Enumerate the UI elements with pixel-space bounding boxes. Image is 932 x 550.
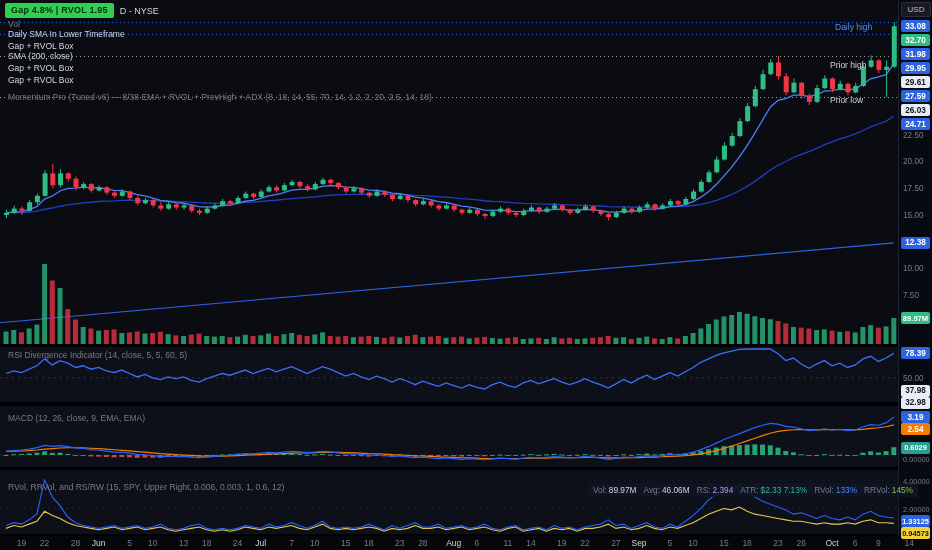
time-tick-day: 10: [688, 538, 697, 548]
time-tick-day: 18: [742, 538, 751, 548]
time-tick-day: 15: [341, 538, 350, 548]
chart-header: Gap 4.8% | RVOL 1.95 D - NYSE: [5, 3, 159, 18]
legend-row[interactable]: Vol: [8, 19, 20, 29]
time-tick-day: 28: [71, 538, 80, 548]
rsi-axis-label: 78.39: [901, 347, 930, 359]
trading-chart-window: Gap 4.8% | RVOL 1.95 D - NYSE VolDaily S…: [0, 0, 932, 550]
time-tick-day: 26: [796, 538, 805, 548]
price-level-badge: 32.70: [901, 34, 930, 46]
price-gridline-label: 17.50: [901, 182, 932, 194]
stat-item: RVol:133%: [814, 485, 857, 495]
stat-value: $2.33 7.13%: [761, 485, 808, 495]
legend-row[interactable]: Daily SMA In Lower Timeframe: [8, 29, 125, 39]
lower-axis-label: 1.33125: [901, 515, 930, 527]
time-tick-day: 22: [580, 538, 589, 548]
stat-label: Avg:: [644, 485, 660, 495]
time-tick-month: Aug: [446, 538, 461, 548]
time-tick-day: 23: [395, 538, 404, 548]
time-tick-day: 24: [233, 538, 242, 548]
rsi-panel-label[interactable]: RSI Divergence Indicator (14, close, 5, …: [8, 350, 187, 360]
lower-panel-label[interactable]: RVol, RRVol, and RS/RW (15, SPY, Upper R…: [8, 482, 284, 492]
daily-high-annotation: Daily high: [835, 22, 872, 32]
time-tick-day: 6: [853, 538, 858, 548]
macd-panel-label[interactable]: MACD (12, 26, close, 9, EMA, EMA): [8, 413, 145, 423]
stat-item: ATR:$2.33 7.13%: [740, 485, 807, 495]
price-gridline-label: 7.50: [901, 289, 932, 301]
time-tick-day: 15: [719, 538, 728, 548]
time-tick-day: 10: [148, 538, 157, 548]
time-tick-day: 10: [310, 538, 319, 548]
rsi-axis-label: 32.98: [901, 397, 930, 409]
currency-toggle-button[interactable]: USD: [901, 2, 931, 17]
macd-axis-label: 0.6029: [901, 442, 930, 454]
time-tick-day: 6: [475, 538, 480, 548]
time-tick-month: Oct: [825, 538, 838, 548]
legend-row[interactable]: Gap + RVOL Box: [8, 63, 73, 73]
stat-value: 46.06M: [662, 485, 690, 495]
stat-label: Vol:: [593, 485, 607, 495]
time-tick-day: 18: [364, 538, 373, 548]
time-tick-month: Sep: [631, 538, 646, 548]
price-level-badge: 24.71: [901, 118, 930, 130]
time-tick-day: 5: [127, 538, 132, 548]
time-tick-day: 18: [202, 538, 211, 548]
price-gridline-label: 22.50: [901, 129, 932, 141]
legend-row[interactable]: Gap + RVOL Box: [8, 41, 73, 51]
time-tick-day: 22: [40, 538, 49, 548]
price-gridline-label: 20.00: [901, 156, 932, 168]
time-tick-day: 23: [773, 538, 782, 548]
macd-axis-label: 2.54: [901, 423, 930, 435]
price-level-badge: 31.98: [901, 48, 930, 60]
time-tick-month: Jun: [92, 538, 106, 548]
macd-axis-label: 0.00000: [901, 454, 932, 466]
volume-value-badge: 89.97M: [901, 312, 930, 324]
price-gridline-label: 15.00: [901, 209, 932, 221]
macd-axis-label: 3.19: [901, 411, 930, 423]
lower-axis-label: 2.00000: [901, 503, 932, 515]
price-level-badge: 26.03: [901, 104, 930, 116]
time-tick-day: 19: [17, 538, 26, 548]
stat-label: RVol:: [814, 485, 834, 495]
legend-row[interactable]: Momentum Pro (Tuned v6) — 8/38 EMA + RVO…: [8, 92, 432, 102]
stat-item: Vol:89.97M: [593, 485, 637, 495]
time-tick-day: 5: [668, 538, 673, 548]
price-gridline-label: 10.00: [901, 262, 932, 274]
time-tick-day: 14: [905, 538, 914, 548]
stat-value: 89.97M: [609, 485, 637, 495]
time-tick-day: 11: [503, 538, 512, 548]
legend-row[interactable]: Gap + RVOL Box: [8, 75, 73, 85]
sma200-value-badge: 12.38: [901, 237, 930, 249]
time-tick-day: 27: [611, 538, 620, 548]
stat-item: RS:2.394: [697, 485, 734, 495]
stat-item: Avg:46.06M: [644, 485, 690, 495]
stat-label: RS:: [697, 485, 711, 495]
price-level-badge: 29.61: [901, 76, 930, 88]
time-tick-day: 7: [289, 538, 294, 548]
time-tick-day: 28: [418, 538, 427, 548]
symbol-title[interactable]: D - NYSE: [120, 6, 159, 16]
stat-value: 133%: [836, 485, 857, 495]
time-tick-day: 13: [179, 538, 188, 548]
stat-label: RRVol:: [864, 485, 890, 495]
prior-high-annotation: Prior high: [830, 60, 866, 70]
prior-low-annotation: Prior low: [830, 95, 863, 105]
time-tick-month: Jul: [255, 538, 266, 548]
time-tick-day: 9: [876, 538, 881, 548]
gap-rvol-badge[interactable]: Gap 4.8% | RVOL 1.95: [5, 3, 114, 18]
time-tick-day: 19: [557, 538, 566, 548]
lower-axis-label: 4.00000: [901, 475, 932, 487]
time-tick-day: 14: [526, 538, 535, 548]
price-level-badge: 33.08: [901, 20, 930, 32]
stat-label: ATR:: [740, 485, 758, 495]
rsi-axis-label: 50.00: [901, 373, 932, 385]
indicator-stats-row: Vol:89.97MAvg:46.06MRS:2.394ATR:$2.33 7.…: [588, 483, 918, 497]
legend-row[interactable]: SMA (200, close): [8, 51, 73, 61]
rsi-axis-label: 37.98: [901, 385, 930, 397]
price-level-badge: 29.95: [901, 62, 930, 74]
chart-canvas[interactable]: [0, 0, 932, 550]
price-level-badge: 27.59: [901, 90, 930, 102]
stat-value: 2.394: [713, 485, 734, 495]
